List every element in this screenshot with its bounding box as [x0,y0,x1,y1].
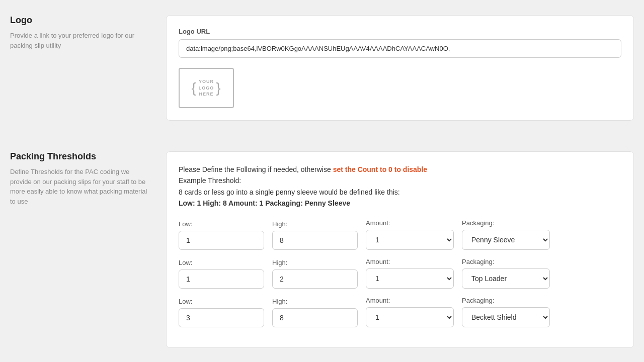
amount-label-2: Amount: [366,258,454,265]
logo-placeholder-text: YOURLOGOHERE [199,78,214,98]
logo-section-title: Logo [10,15,151,26]
threshold-row-2-amount: Amount: 1 2 3 [366,258,454,289]
packaging-label-3: Packaging: [462,297,550,304]
right-brace: } [216,79,221,97]
packing-thresholds-section: Packing Thresholds Define Thresholds for… [0,136,644,362]
amount-label-3: Amount: [366,297,454,304]
threshold-row-3-low: Low: [179,298,264,327]
threshold-row-1-packaging: Packaging: Penny Sleeve Top Loader Becke… [462,219,550,250]
low-input-1[interactable] [179,231,264,250]
high-input-2[interactable] [272,269,358,289]
logo-url-label: Logo URL [179,28,621,35]
threshold-row-3: Low: High: Amount: 1 2 3 Packaging: Penn… [179,297,621,327]
logo-section-right: Logo URL { YOURLOGOHERE } [166,15,634,121]
logo-section: Logo Provide a link to your preferred lo… [0,0,644,136]
packaging-select-1[interactable]: Penny Sleeve Top Loader Beckett Shield L… [462,230,550,250]
high-label-1: High: [272,220,358,228]
low-label-3: Low: [179,298,264,305]
high-label-3: High: [272,298,358,305]
low-label-2: Low: [179,259,264,266]
threshold-row-2-low: Low: [179,259,264,289]
threshold-row-3-packaging: Packaging: Penny Sleeve Top Loader Becke… [462,297,550,327]
packaging-label-1: Packaging: [462,219,550,227]
low-label-1: Low: [179,220,264,228]
packing-section-left: Packing Thresholds Define Thresholds for… [10,151,151,348]
packaging-label-2: Packaging: [462,258,550,265]
threshold-row-3-amount: Amount: 1 2 3 [366,297,454,327]
amount-select-1[interactable]: 1 2 3 [366,230,454,250]
threshold-row-1-amount: Amount: 1 2 3 [366,219,454,250]
high-input-1[interactable] [272,231,358,250]
logo-preview: { YOURLOGOHERE } [179,68,234,108]
packaging-select-3[interactable]: Penny Sleeve Top Loader Beckett Shield L… [462,307,550,327]
low-input-2[interactable] [179,269,264,289]
threshold-row-1-high: High: [272,220,358,250]
packing-header: Please Define the Following if needed, o… [179,164,621,209]
packing-intro-line2: Example Threshold: [179,175,621,186]
threshold-row-2: Low: High: Amount: 1 2 3 Packaging: Penn… [179,258,621,289]
high-label-2: High: [272,259,358,266]
packing-section-title: Packing Thresholds [10,151,151,162]
packaging-select-2[interactable]: Penny Sleeve Top Loader Beckett Shield L… [462,268,550,289]
amount-select-3[interactable]: 1 2 3 [366,307,454,327]
packing-intro-line4: Low: 1 High: 8 Amount: 1 Packaging: Penn… [179,199,350,207]
logo-url-input[interactable] [179,39,621,58]
threshold-row-2-high: High: [272,259,358,289]
amount-select-2[interactable]: 1 2 3 [366,268,454,289]
threshold-row-2-packaging: Packaging: Penny Sleeve Top Loader Becke… [462,258,550,289]
packing-section-right: Please Define the Following if needed, o… [166,151,634,348]
logo-section-description: Provide a link to your preferred logo fo… [10,31,151,50]
high-input-3[interactable] [272,308,358,327]
low-input-3[interactable] [179,308,264,327]
packing-section-description: Define Thresholds for the PAC coding we … [10,167,151,206]
threshold-row-1: Low: High: Amount: 1 2 3 Packaging: Penn… [179,219,621,250]
logo-section-left: Logo Provide a link to your preferred lo… [10,15,151,121]
amount-label-1: Amount: [366,219,454,227]
threshold-row-3-high: High: [272,298,358,327]
packing-intro-line1: Please Define the Following if needed, o… [179,164,621,175]
threshold-row-1-low: Low: [179,220,264,250]
left-brace: { [191,79,196,97]
packing-intro-line3: 8 cards or less go into a single penny s… [179,187,621,198]
